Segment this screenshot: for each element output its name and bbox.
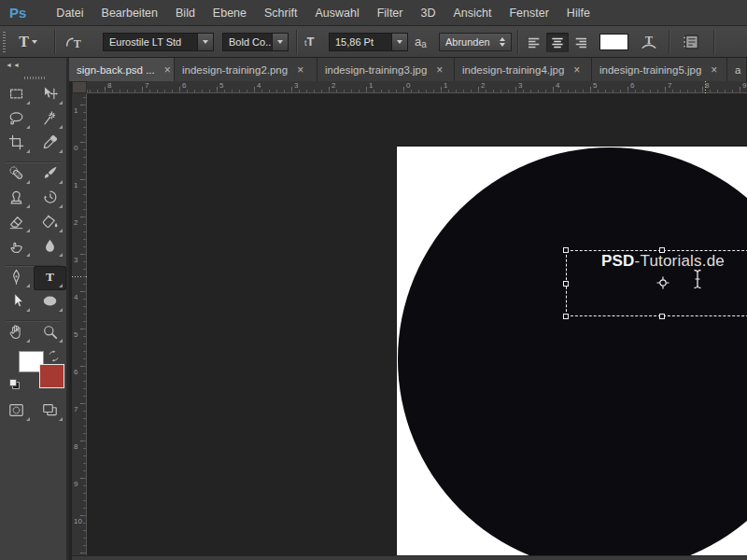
close-icon[interactable]: × (164, 65, 171, 75)
ruler-number: 5 (593, 81, 597, 90)
anti-alias-value: Abrunden (445, 34, 490, 50)
font-style-dropdown-button[interactable] (272, 33, 289, 51)
ruler-number: 4 (556, 81, 559, 90)
anti-alias-select[interactable]: Abrunden (439, 33, 512, 51)
ruler-number: 6 (630, 81, 634, 90)
pen-tool[interactable] (0, 266, 34, 290)
ruler-number: 3 (74, 256, 78, 264)
ruler-number: 1 (74, 181, 78, 189)
canvas-text-layer[interactable]: PSD-Tutorials.de (601, 252, 725, 271)
menu-item-datei[interactable]: Datei (56, 7, 83, 20)
close-icon[interactable]: × (711, 65, 717, 75)
menu-item-bild[interactable]: Bild (176, 7, 195, 20)
screen-mode-tool[interactable] (34, 399, 67, 424)
toggle-panels-icon[interactable] (679, 32, 703, 52)
paint-bucket-icon (41, 213, 59, 234)
status-bar[interactable] (72, 555, 747, 560)
text-color-swatch[interactable] (599, 34, 628, 50)
chevron-down-icon (32, 40, 37, 44)
menu-bar: Ps DateiBearbeitenBildEbeneSchriftAuswah… (0, 0, 747, 26)
smudge-tool[interactable] (0, 235, 34, 259)
move-tool[interactable] (34, 83, 67, 107)
close-icon[interactable]: × (436, 65, 443, 75)
options-grip[interactable] (3, 32, 6, 52)
font-size-field[interactable]: 15,86 Pt (329, 33, 392, 51)
separator (296, 30, 297, 54)
font-size-dropdown-button[interactable] (391, 33, 408, 51)
eraser-tool[interactable] (0, 211, 34, 235)
collapse-panel-icon[interactable]: ◄◄ (6, 62, 21, 68)
transform-handle-bottom-left[interactable] (563, 314, 569, 319)
align-center-button[interactable] (546, 33, 569, 52)
blur-tool[interactable] (34, 235, 67, 259)
ruler-number: 8 (107, 81, 111, 90)
zoom-icon (41, 323, 59, 344)
text-orientation-icon[interactable]: T (62, 32, 86, 52)
ruler-number: 2 (74, 218, 78, 227)
document-tab[interactable]: sign-back.psd ...× (69, 58, 175, 81)
lasso-icon (7, 109, 25, 131)
paint-bucket-tool[interactable] (34, 211, 67, 235)
hand-icon (7, 323, 25, 344)
rectangular-marquee-icon (7, 85, 25, 106)
type-tool-preset-button[interactable]: T (11, 31, 45, 53)
tab-label: indesign-training5.jpg (599, 64, 701, 76)
rectangular-marquee-tool[interactable] (0, 83, 34, 107)
document-tab[interactable]: indesign-training2.png× (175, 58, 317, 81)
ruler-number: 7 (668, 81, 671, 90)
eyedropper-tool[interactable] (34, 132, 67, 156)
photoshop-window: Ps DateiBearbeitenBildEbeneSchriftAuswah… (0, 0, 747, 560)
font-family-dropdown-button[interactable] (197, 33, 214, 51)
history-brush-tool[interactable] (34, 187, 67, 211)
close-icon[interactable]: × (573, 65, 580, 75)
document-tab[interactable]: a (727, 58, 747, 81)
menu-item-auswahl[interactable]: Auswahl (315, 7, 359, 20)
menu-item-schrift[interactable]: Schrift (264, 7, 297, 20)
menu-item-ebene[interactable]: Ebene (213, 7, 247, 20)
document-tab[interactable]: indesign-training5.jpg× (592, 58, 727, 81)
quick-mask-tool[interactable] (0, 399, 34, 424)
warp-text-icon[interactable]: T (637, 32, 661, 52)
font-family-field[interactable]: Eurostile LT Std (103, 33, 198, 51)
menu-item-bearbeiten[interactable]: Bearbeiten (102, 7, 158, 20)
background-color-swatch[interactable] (39, 364, 64, 388)
panel-grip[interactable] (24, 77, 47, 79)
transform-handle-bottom-center[interactable] (659, 314, 665, 319)
align-right-button[interactable] (570, 33, 592, 52)
ruler-number: 6 (74, 368, 78, 376)
ruler-number: 3 (518, 81, 522, 90)
menu-item-ansicht[interactable]: Ansicht (453, 7, 491, 20)
reference-point-icon[interactable] (655, 275, 670, 294)
magic-wand-tool[interactable] (34, 107, 67, 132)
crop-tool[interactable] (0, 132, 34, 156)
font-style-field[interactable]: Bold Co... (222, 33, 273, 51)
hand-tool[interactable] (0, 321, 34, 345)
ellipse-tool[interactable] (34, 290, 67, 315)
magic-wand-icon (41, 109, 59, 131)
menu-item-hilfe[interactable]: Hilfe (567, 7, 590, 20)
blur-icon (41, 237, 59, 259)
menu-item-fenster[interactable]: Fenster (509, 7, 548, 20)
document-tab[interactable]: indesign-training3.jpg× (317, 58, 455, 81)
font-size-icon: tT (304, 35, 314, 49)
type-tool[interactable]: T (34, 266, 67, 290)
default-colors-icon[interactable] (7, 377, 21, 395)
separator (54, 30, 55, 54)
path-selection-tool[interactable] (0, 290, 34, 315)
menu-item-3d[interactable]: 3D (420, 7, 435, 20)
lasso-tool[interactable] (0, 107, 34, 132)
transform-handle-top-left[interactable] (563, 247, 569, 253)
document-canvas[interactable]: PSD-Tutorials.de (397, 147, 747, 555)
menu-item-filter[interactable]: Filter (377, 7, 403, 20)
brush-tool[interactable] (34, 162, 67, 187)
divider (6, 315, 61, 321)
close-icon[interactable]: × (297, 65, 303, 75)
zoom-tool[interactable] (34, 321, 67, 345)
pen-icon (7, 268, 25, 289)
document-tab[interactable]: indesign-training4.jpg× (455, 58, 592, 81)
ruler-origin-corner[interactable] (72, 81, 87, 93)
clone-stamp-tool[interactable] (0, 187, 34, 211)
align-left-button[interactable] (523, 33, 545, 52)
transform-handle-mid-left[interactable] (563, 281, 569, 287)
healing-brush-tool[interactable] (0, 162, 34, 187)
